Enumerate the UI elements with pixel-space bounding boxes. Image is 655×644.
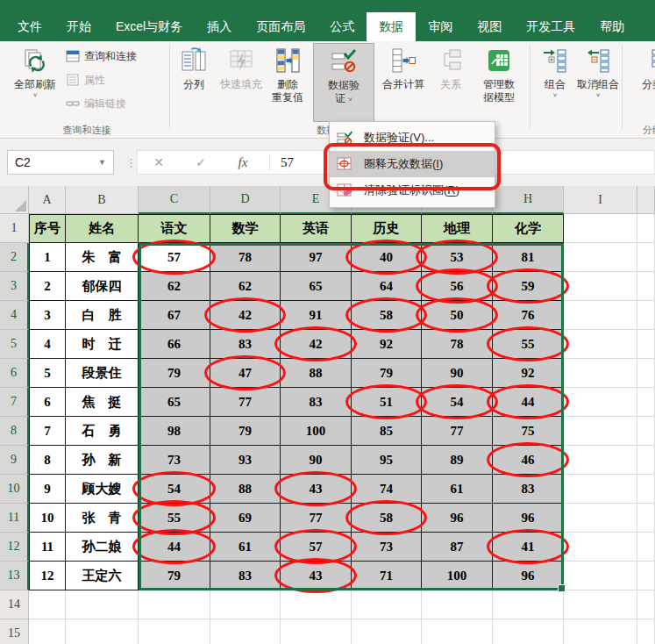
cell-A4[interactable]: 3 — [29, 301, 66, 330]
cell-F4[interactable]: 58 — [352, 301, 422, 330]
properties-button[interactable]: 属性 — [65, 70, 168, 89]
cell-J5[interactable] — [637, 330, 655, 359]
cell-F15[interactable] — [352, 619, 422, 644]
cell-D6[interactable]: 47 — [210, 359, 281, 388]
cell-I1[interactable] — [564, 214, 637, 243]
cell-D7[interactable]: 77 — [210, 388, 281, 417]
cell-G7[interactable]: 54 — [422, 388, 493, 417]
queries-connections-button[interactable]: 查询和连接 — [65, 47, 168, 66]
cell-B15[interactable] — [66, 619, 139, 644]
cell-C4[interactable]: 67 — [139, 301, 210, 330]
cell-F7[interactable]: 51 — [352, 388, 422, 417]
cell-D11[interactable]: 69 — [210, 504, 281, 533]
cell-G10[interactable]: 61 — [422, 475, 493, 504]
tab-file[interactable]: 文件 — [5, 12, 54, 41]
row-header-11[interactable]: 11 — [0, 504, 29, 533]
col-header-J[interactable] — [637, 186, 655, 214]
tab-data[interactable]: 数据 — [367, 12, 416, 41]
cell-A12[interactable]: 11 — [29, 533, 66, 562]
cell-E10[interactable]: 43 — [281, 475, 352, 504]
cell-J13[interactable] — [637, 562, 655, 590]
cell-A9[interactable]: 8 — [29, 446, 66, 475]
cell-C10[interactable]: 54 — [139, 475, 210, 504]
cell-H13[interactable]: 96 — [493, 562, 564, 590]
cell-A2[interactable]: 1 — [29, 243, 66, 272]
row-header-5[interactable]: 5 — [0, 330, 29, 359]
cell-E5[interactable]: 42 — [281, 330, 352, 359]
cell-F2[interactable]: 40 — [352, 243, 422, 272]
cell-H15[interactable] — [493, 619, 564, 644]
cell-D14[interactable] — [210, 590, 281, 619]
cell-I9[interactable] — [564, 446, 637, 475]
group-button[interactable]: 组合 ˅ — [535, 43, 575, 122]
cell-B4[interactable]: 白 胜 — [66, 301, 139, 330]
formula-bar-handle[interactable]: ⋮ — [125, 150, 137, 175]
tab-view[interactable]: 视图 — [465, 12, 514, 41]
data-validation-button[interactable]: 数据验 证 ˅ — [313, 43, 374, 122]
cell-D15[interactable] — [210, 619, 281, 644]
cell-A3[interactable]: 2 — [29, 272, 66, 301]
cell-A7[interactable]: 6 — [29, 388, 66, 417]
cell-G12[interactable]: 87 — [422, 533, 493, 562]
cell-D12[interactable]: 61 — [210, 533, 281, 562]
cell-D8[interactable]: 79 — [210, 417, 281, 446]
cell-E7[interactable]: 83 — [281, 388, 352, 417]
cell-I14[interactable] — [564, 590, 637, 619]
cell-B7[interactable]: 焦 挺 — [66, 388, 139, 417]
cell-E8[interactable]: 100 — [281, 417, 352, 446]
cell-E2[interactable]: 97 — [281, 243, 352, 272]
cell-H3[interactable]: 59 — [493, 272, 564, 301]
row-header-10[interactable]: 10 — [0, 475, 29, 504]
row-header-12[interactable]: 12 — [0, 533, 29, 562]
cell-C7[interactable]: 65 — [139, 388, 210, 417]
cell-G11[interactable]: 96 — [422, 504, 493, 533]
cell-A5[interactable]: 4 — [29, 330, 66, 359]
cell-I6[interactable] — [564, 359, 637, 388]
cell-D5[interactable]: 83 — [210, 330, 281, 359]
cell-F5[interactable]: 92 — [352, 330, 422, 359]
cell-H9[interactable]: 46 — [493, 446, 564, 475]
cell-C14[interactable] — [139, 590, 210, 619]
cell-F11[interactable]: 58 — [352, 504, 422, 533]
relationships-button[interactable]: 关系 — [432, 43, 469, 122]
cell-E9[interactable]: 90 — [281, 446, 352, 475]
cell-E3[interactable]: 65 — [281, 272, 352, 301]
cell-B1[interactable]: 姓名 — [66, 214, 139, 243]
cell-H7[interactable]: 44 — [493, 388, 564, 417]
cell-G3[interactable]: 56 — [422, 272, 493, 301]
formula-value[interactable]: 57 — [275, 155, 294, 170]
manage-data-model-button[interactable]: 管理数 据模型 — [471, 43, 527, 122]
cell-J7[interactable] — [637, 388, 655, 417]
cell-J4[interactable] — [637, 301, 655, 330]
tab-developer[interactable]: 开发工具 — [514, 12, 587, 41]
cell-D13[interactable]: 83 — [210, 562, 281, 590]
select-all-corner[interactable] — [0, 186, 29, 214]
col-header-I[interactable]: I — [564, 186, 637, 214]
cell-B8[interactable]: 石 勇 — [66, 417, 139, 446]
menu-item-clear-validation-circles[interactable]: 清除验证标识圈(R) — [330, 177, 495, 204]
row-header-2[interactable]: 2 — [0, 243, 29, 272]
cell-C15[interactable] — [139, 619, 210, 644]
cell-F13[interactable]: 71 — [352, 562, 422, 590]
cell-J3[interactable] — [637, 272, 655, 301]
cell-F14[interactable] — [352, 590, 422, 619]
cell-A8[interactable]: 7 — [29, 417, 66, 446]
cell-G14[interactable] — [422, 590, 493, 619]
tab-home[interactable]: 开始 — [54, 12, 103, 41]
cell-D10[interactable]: 88 — [210, 475, 281, 504]
cell-F6[interactable]: 79 — [352, 359, 422, 388]
cell-G13[interactable]: 100 — [422, 562, 493, 590]
row-header-6[interactable]: 6 — [0, 359, 29, 388]
col-header-B[interactable]: B — [66, 186, 139, 214]
menu-item-data-validation[interactable]: 数据验证(V)... — [330, 125, 495, 151]
cell-C11[interactable]: 55 — [139, 504, 210, 533]
cell-H6[interactable]: 92 — [493, 359, 564, 388]
cell-F10[interactable]: 74 — [352, 475, 422, 504]
cell-J14[interactable] — [637, 590, 655, 619]
cell-B5[interactable]: 时 迁 — [66, 330, 139, 359]
cell-A15[interactable] — [29, 619, 66, 644]
col-header-C[interactable]: C — [139, 186, 210, 214]
cell-B12[interactable]: 孙二娘 — [66, 533, 139, 562]
row-header-3[interactable]: 3 — [0, 272, 29, 301]
cell-D3[interactable]: 62 — [210, 272, 281, 301]
